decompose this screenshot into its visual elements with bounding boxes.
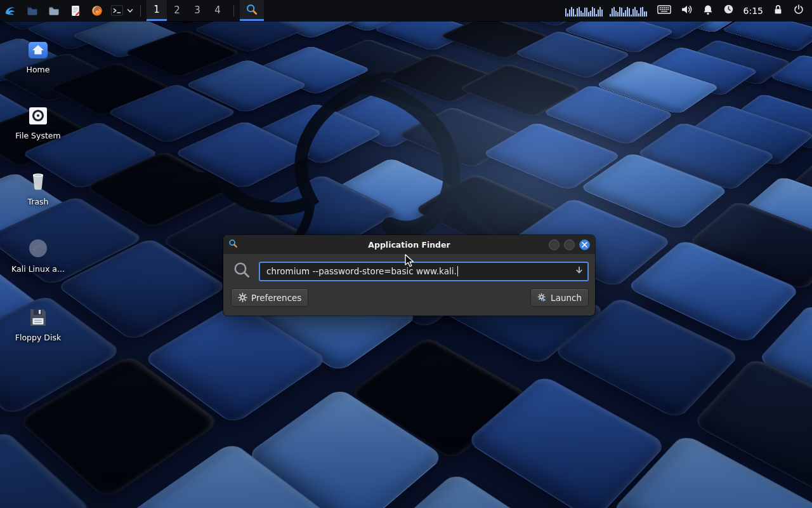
desktop-icon-home[interactable]: Home [8, 36, 69, 74]
files-launcher[interactable] [43, 0, 65, 21]
dropdown-arrow-icon[interactable] [575, 265, 584, 277]
window-title: Application Finder [223, 240, 595, 250]
status-indicator-icon[interactable] [723, 4, 734, 17]
file-system-icon [27, 102, 49, 127]
desktop-icon-label: Trash [27, 197, 48, 206]
gear-icon [238, 293, 247, 302]
launch-icon [537, 293, 547, 302]
text-editor-icon [69, 4, 82, 17]
app-finder-icon [246, 3, 258, 16]
desktop-icon-file-system[interactable]: File System [8, 102, 69, 140]
keyboard-icon[interactable] [657, 4, 671, 17]
command-input[interactable]: chromium --password-store=basic www.kali… [259, 262, 589, 281]
terminal-icon [110, 4, 124, 17]
application-finder-window: Application Finder chromium --passw [223, 235, 595, 316]
home-icon [27, 36, 49, 61]
desktop-icon-label: Home [27, 65, 50, 74]
kali-menu-button[interactable] [0, 0, 22, 21]
titlebar[interactable]: Application Finder [223, 235, 595, 254]
panel-separator [233, 5, 234, 17]
workspace-4[interactable]: 4 [207, 0, 228, 21]
lock-icon[interactable] [773, 4, 783, 18]
desktop-icon-label: Floppy Disk [15, 333, 61, 342]
desktop: Home File System Trash [0, 0, 812, 508]
wallpaper-cubes [0, 0, 812, 276]
firefox-icon [91, 4, 103, 17]
text-caret [457, 266, 458, 276]
folder-icon [48, 4, 60, 17]
workspace-3[interactable]: 3 [187, 0, 207, 21]
volume-icon[interactable] [681, 4, 693, 18]
terminal-launcher[interactable] [108, 0, 126, 21]
preferences-button[interactable]: Preferences [231, 288, 308, 307]
desktop-icon-floppy[interactable]: Floppy Disk [8, 304, 69, 342]
text-editor-launcher[interactable] [65, 0, 86, 21]
launch-button[interactable]: Launch [530, 288, 589, 307]
power-icon[interactable] [793, 4, 804, 18]
taskbar-application-finder[interactable] [240, 0, 264, 21]
launch-label: Launch [551, 293, 582, 303]
maximize-button[interactable] [564, 239, 575, 250]
file-manager-launcher[interactable] [22, 0, 43, 21]
notifications-bell-icon[interactable] [702, 4, 714, 18]
close-icon [582, 242, 587, 248]
workspace-2[interactable]: 2 [167, 0, 187, 21]
search-icon [232, 260, 251, 282]
workspace-1[interactable]: 1 [147, 0, 167, 21]
window-icon [228, 239, 238, 251]
preferences-label: Preferences [251, 293, 301, 303]
desktop-icon-label: File System [15, 131, 61, 140]
audio-visualizer[interactable] [565, 5, 648, 17]
kali-menu-icon [4, 4, 18, 18]
floppy-disk-icon [27, 304, 49, 329]
close-button[interactable] [579, 239, 590, 250]
desktop-icon-kali-docs[interactable]: Kali Linux a... [8, 235, 69, 274]
panel-clock[interactable]: 6:15 [743, 6, 763, 16]
terminal-dropdown-chevron[interactable] [126, 0, 134, 21]
system-tray: 6:15 [565, 4, 812, 18]
panel-separator [140, 5, 141, 17]
workspace-switcher: 1 2 3 4 [147, 0, 228, 21]
minimize-button[interactable] [549, 239, 560, 250]
kali-docs-icon [26, 235, 50, 260]
trash-icon [27, 168, 49, 193]
firefox-launcher[interactable] [86, 0, 108, 21]
desktop-icon-trash[interactable]: Trash [8, 168, 69, 206]
command-input-value: chromium --password-store=basic www.kali… [266, 266, 457, 276]
file-manager-icon [26, 4, 39, 17]
top-panel: 1 2 3 4 [0, 0, 812, 21]
desktop-icon-label: Kali Linux a... [11, 265, 65, 274]
